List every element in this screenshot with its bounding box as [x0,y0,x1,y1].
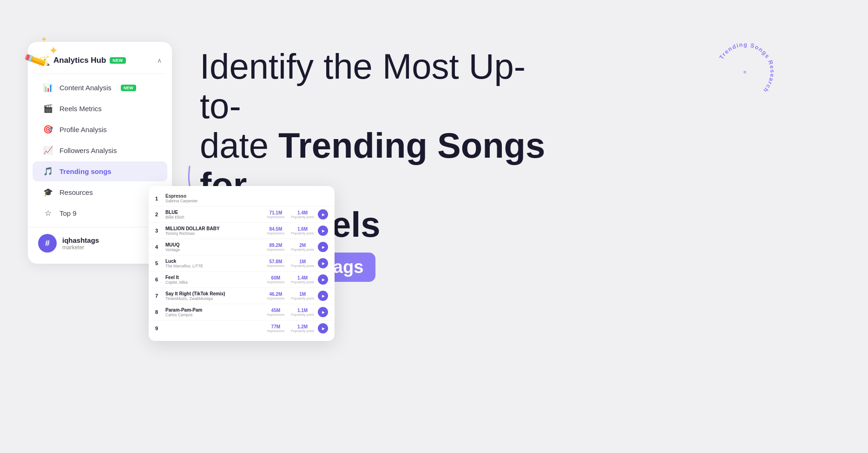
impressions-label: Impressions [267,264,284,267]
play-button[interactable] [318,209,328,220]
song-name: Feel It [165,275,263,280]
popularity-stat: 2M Popularity posts [291,243,314,251]
row-number: 8 [155,309,162,315]
impressions-value: 84.5M [267,226,284,232]
song-info: Say It Right (TikTok Remix) TimeisMuzic,… [165,291,263,301]
trending-icon: 📈 [43,146,53,155]
table-row: 8 Param-Pam-Pam Carlos Campos 45M Impres… [149,304,335,320]
chevron-up-icon[interactable]: ∧ [157,57,162,64]
song-info: MILLION DOLLAR BABY Tommy Richman [165,226,263,236]
table-row: 4 MUUQ Vontage 89.2M Impressions 2M Popu… [149,239,335,255]
impressions-label: Impressions [267,248,284,251]
target-icon: 🎯 [43,125,53,134]
curved-label-dot [743,71,746,73]
impressions-stat: 89.2M Impressions [267,243,284,251]
sidebar-label-top9: Top 9 [59,209,77,217]
table-row: 1 Espresso Sabrina Carpenter [149,191,335,207]
popularity-value: 2M [291,243,314,248]
table-row: 3 MILLION DOLLAR BABY Tommy Richman 84.5… [149,223,335,239]
row-number: 2 [155,212,162,217]
artist-name: The Marcellos, LITTE [165,264,263,268]
popularity-label: Popularity posts [291,232,314,235]
impressions-stat: 57.8M Impressions [267,259,284,267]
chart-icon: 📊 [43,83,53,93]
impressions-value: 77M [267,324,284,329]
play-button[interactable] [318,291,328,301]
popularity-value: 1M [291,259,314,264]
artist-name: Copter, Mika [165,280,263,285]
sidebar-item-resources[interactable]: 🎓 Resources [33,182,167,202]
row-number: 6 [155,277,162,282]
video-icon: 🎬 [43,104,53,113]
impressions-label: Impressions [267,280,284,284]
row-number: 9 [155,326,162,331]
row-number: 3 [155,228,162,233]
song-info: BLUE Billie Eilish [165,210,263,220]
play-button[interactable] [318,242,328,252]
play-button[interactable] [318,258,328,268]
popularity-stat: 1.2M Popularity posts [291,324,314,333]
popularity-stat: 1M Popularity posts [291,292,314,300]
play-button[interactable] [318,226,328,236]
sidebar-label-content-analysis: Content Analysis [59,84,112,92]
popularity-label: Popularity posts [291,215,314,219]
table-row: 2 BLUE Billie Eilish 71.1M Impressions 1… [149,207,335,223]
song-info: Luck The Marcellos, LITTE [165,259,263,268]
impressions-label: Impressions [267,215,284,219]
song-name: Param-Pam-Pam [165,307,263,313]
song-stats: 45M Impressions 1.1M Popularity posts [267,308,314,316]
impressions-label: Impressions [267,313,284,316]
song-name: MILLION DOLLAR BABY [165,226,263,231]
row-number: 1 [155,196,162,201]
popularity-label: Popularity posts [291,313,314,316]
curved-label-container: Trending Songs Research [712,40,777,105]
popularity-stat: 1.4M Popularity posts [291,275,314,284]
song-name: BLUE [165,210,263,215]
table-row: 7 Say It Right (TikTok Remix) TimeisMuzi… [149,288,335,304]
song-stats: 89.2M Impressions 2M Popularity posts [267,243,314,251]
impressions-stat: 71.1M Impressions [267,210,284,219]
popularity-value: 1.4M [291,275,314,280]
popularity-value: 1.2M [291,324,314,329]
song-stats: 84.5M Impressions 1.6M Popularity posts [267,226,314,235]
song-info: Param-Pam-Pam Carlos Campos [165,307,263,317]
play-button[interactable] [318,274,328,285]
avatar-icon: # [45,239,50,248]
song-stats: 46.2M Impressions 1M Popularity posts [267,292,314,300]
music-icon: 🎵 [43,167,53,176]
play-button[interactable] [318,323,328,333]
popularity-label: Popularity posts [291,297,314,300]
row-number: 7 [155,293,162,299]
song-info: MUUQ Vontage [165,242,263,252]
impressions-label: Impressions [267,232,284,235]
headline-line1: Identify the Most Up-to- [200,47,526,126]
headline-line2-normal: date [200,126,278,165]
artist-name: Carlos Campos [165,313,263,317]
artist-name: Tommy Richman [165,231,263,236]
impressions-stat: 60M Impressions [267,275,284,284]
sidebar-item-profile-analysis[interactable]: 🎯 Profile Analysis [33,120,167,140]
songs-table-card: 1 Espresso Sabrina Carpenter 2 BLUE Bill… [149,186,335,341]
impressions-stat: 45M Impressions [267,308,284,316]
sidebar-item-top9[interactable]: ☆ Top 9 [33,203,167,223]
artist-name: Sabrina Carpenter [165,199,328,203]
sidebar-item-trending-songs[interactable]: 🎵 Trending songs [33,161,167,181]
impressions-stat: 77M Impressions [267,324,284,333]
sidebar-item-content-analysis[interactable]: 📊 Content Analysis NEW [33,78,167,98]
play-button[interactable] [318,307,328,317]
popularity-value: 1.6M [291,226,314,232]
sidebar-item-followers-analysis[interactable]: 📈 Followers Analysis [33,140,167,160]
impressions-label: Impressions [267,329,284,333]
table-row: 6 Feel It Copter, Mika 60M Impressions 1… [149,272,335,288]
popularity-label: Popularity posts [291,329,314,333]
impressions-stat: 46.2M Impressions [267,292,284,300]
svg-text:Trending Songs Research: Trending Songs Research [718,41,776,94]
analytics-new-badge: NEW [110,57,126,64]
graduation-icon: 🎓 [43,187,53,197]
popularity-label: Popularity posts [291,264,314,267]
avatar[interactable]: # [38,234,57,253]
sidebar-item-reels-metrics[interactable]: 🎬 Reels Metrics [33,99,167,119]
impressions-value: 60M [267,275,284,280]
popularity-stat: 1M Popularity posts [291,259,314,267]
popularity-value: 1M [291,292,314,297]
